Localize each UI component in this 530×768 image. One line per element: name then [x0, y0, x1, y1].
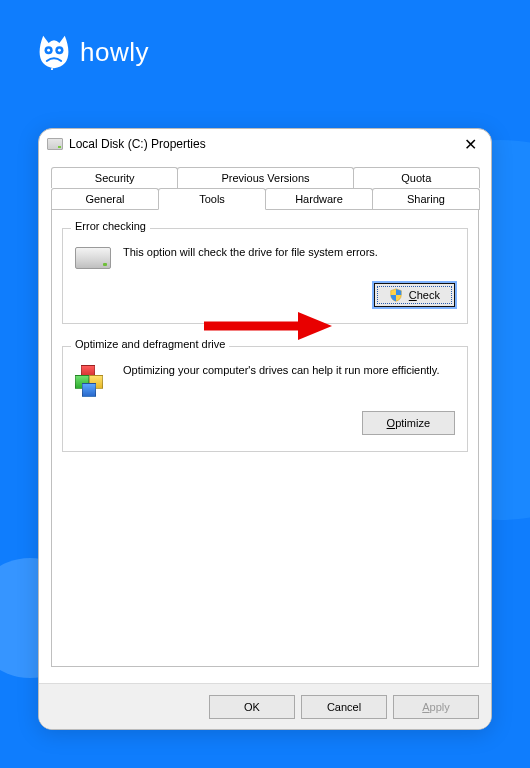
shield-icon: [389, 288, 403, 302]
tab-hardware[interactable]: Hardware: [265, 188, 373, 210]
svg-point-2: [47, 49, 50, 52]
dialog-footer: OK Cancel Apply: [39, 683, 491, 729]
properties-dialog: Local Disk (C:) Properties ✕ Security Pr…: [38, 128, 492, 730]
tab-general[interactable]: General: [51, 188, 159, 210]
optimize-button-label: Optimize: [387, 417, 430, 429]
titlebar: Local Disk (C:) Properties ✕: [39, 129, 491, 159]
check-button-label: Check: [409, 289, 440, 301]
defrag-icon: [75, 365, 111, 397]
owl-icon: [36, 34, 72, 70]
apply-button-label: Apply: [422, 701, 450, 713]
close-button[interactable]: ✕: [458, 135, 483, 154]
group-error-checking: Error checking This option will check th…: [62, 228, 468, 324]
cancel-button[interactable]: Cancel: [301, 695, 387, 719]
svg-point-3: [58, 49, 61, 52]
group-optimize: Optimize and defragment drive Optimizing…: [62, 346, 468, 452]
apply-button[interactable]: Apply: [393, 695, 479, 719]
drive-large-icon: [75, 247, 111, 269]
tab-quota[interactable]: Quota: [353, 167, 480, 188]
tabstrip: Security Previous Versions Quota General…: [51, 167, 479, 210]
optimize-text: Optimizing your computer's drives can he…: [123, 363, 440, 378]
tab-sharing[interactable]: Sharing: [372, 188, 480, 210]
optimize-button[interactable]: Optimize: [362, 411, 455, 435]
ok-button[interactable]: OK: [209, 695, 295, 719]
group-title: Error checking: [71, 220, 150, 232]
brand-logo: howly: [36, 34, 149, 70]
check-button[interactable]: Check: [374, 283, 455, 307]
tab-tools[interactable]: Tools: [158, 188, 266, 210]
tab-previous-versions[interactable]: Previous Versions: [177, 167, 353, 188]
tab-panel-tools: Error checking This option will check th…: [51, 209, 479, 667]
brand-name: howly: [80, 37, 149, 68]
tab-security[interactable]: Security: [51, 167, 178, 188]
drive-icon: [47, 138, 63, 150]
group-title: Optimize and defragment drive: [71, 338, 229, 350]
error-checking-text: This option will check the drive for fil…: [123, 245, 378, 260]
dialog-title: Local Disk (C:) Properties: [69, 137, 206, 151]
